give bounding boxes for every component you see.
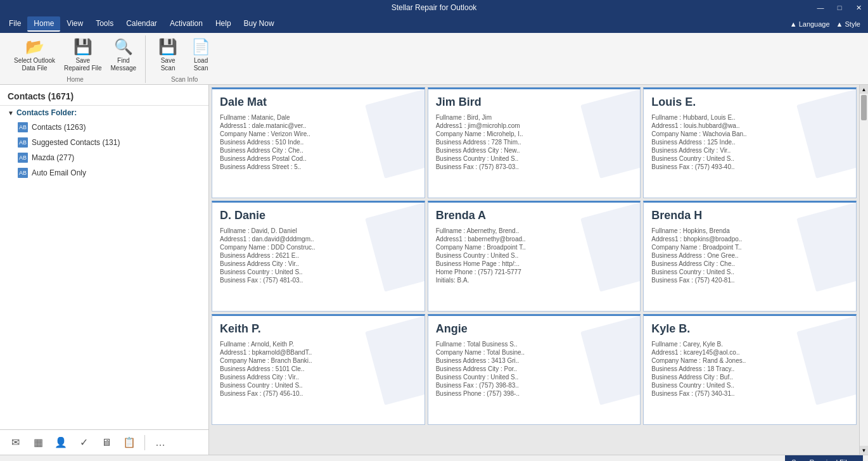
- contact-field: Business Country : United S..: [651, 155, 848, 162]
- app-title: Stellar Repair for Outlook: [392, 3, 477, 12]
- contact-field: Business Address : One Gree..: [651, 252, 848, 259]
- contact-field: Business Address City : New..: [436, 147, 633, 154]
- contact-field: Fullname : David, D. Daniel: [220, 227, 417, 234]
- menu-file[interactable]: File: [3, 16, 27, 32]
- menu-buynow[interactable]: Buy Now: [238, 16, 281, 32]
- contact-field: Company Name : Branch Banki..: [220, 357, 417, 364]
- contact-name: Brenda A: [436, 209, 633, 222]
- contact-field: Address1 : babernethy@broad..: [436, 236, 633, 243]
- close-button[interactable]: ✕: [849, 0, 868, 15]
- contact-card[interactable]: D. DanieFullname : David, D. DanielAddre…: [212, 201, 425, 312]
- contact-field: Business Address : 3413 Gri..: [436, 357, 633, 364]
- save-repaired-icon: 💾: [73, 38, 93, 56]
- nav-mail[interactable]: ✉: [5, 433, 25, 453]
- style-option[interactable]: ▲ Style: [836, 20, 860, 28]
- nav-notes[interactable]: 🖥: [96, 433, 117, 453]
- contact-card[interactable]: AngieFullname : Total Business S..Compan…: [428, 314, 641, 425]
- contact-field: Business Address : 728 Thim..: [436, 139, 633, 146]
- save-repaired-file-button[interactable]: Save Repaired File...: [785, 455, 863, 462]
- contact-field: Business Phone : (757) 398-..: [436, 390, 633, 397]
- contact-field: Fullname : Hubbard, Louis E..: [651, 114, 848, 121]
- find-message-button[interactable]: 🔍 FindMessage: [107, 35, 141, 75]
- contact-name: Dale Mat: [220, 96, 417, 109]
- ribbon-group-home: 📂 Select OutlookData File 💾 SaveRepaired…: [5, 35, 146, 83]
- contact-field: Business Fax : (757) 398-83..: [436, 382, 633, 389]
- contact-name: Brenda H: [651, 209, 848, 222]
- find-message-label: FindMessage: [111, 57, 137, 72]
- sidebar-item-suggested[interactable]: AB Suggested Contacts (131): [0, 135, 208, 150]
- contact-field: Fullname : Arnold, Keith P.: [220, 341, 417, 348]
- scan-group-label: Scan Info: [171, 76, 198, 83]
- nav-journal[interactable]: 📋: [119, 433, 139, 453]
- select-outlook-button[interactable]: 📂 Select OutlookData File: [10, 35, 59, 75]
- contact-field: Business Country : United S..: [436, 252, 633, 259]
- nav-tasks[interactable]: ✓: [73, 433, 94, 453]
- contact-name: D. Danie: [220, 209, 417, 222]
- contact-field: Company Name : Total Busine..: [436, 349, 633, 356]
- contact-field: Fullname : Hopkins, Brenda: [651, 227, 848, 234]
- contact-field: Business Address : 125 Inde..: [651, 139, 848, 146]
- load-scan-button[interactable]: 📄 LoadScan: [185, 35, 217, 75]
- contact-field: Business Country : United S..: [220, 382, 417, 389]
- ribbon: 📂 Select OutlookData File 💾 SaveRepaired…: [0, 33, 868, 85]
- contact-field: Address1 : dan.david@dddmgm..: [220, 236, 417, 243]
- sidebar-item-mazda[interactable]: AB Mazda (277): [0, 150, 208, 165]
- contacts-grid: Dale MatFullname : Matanic, DaleAddress1…: [209, 85, 859, 427]
- contact-field: Business Address City : Che..: [651, 260, 848, 267]
- sidebar: Contacts (1671) ▼ Contacts Folder: AB Co…: [0, 85, 209, 429]
- contact-field: Company Name : Broadpoint T..: [651, 244, 848, 251]
- contact-field: Address1 : louis.hubbard@wa..: [651, 122, 848, 129]
- maximize-button[interactable]: □: [830, 0, 849, 15]
- nav-calendar[interactable]: ▦: [28, 433, 48, 453]
- contacts-folder[interactable]: ▼ Contacts Folder:: [0, 106, 208, 120]
- contact-field: Company Name : Rand & Jones..: [651, 357, 848, 364]
- contact-field: Business Home Page : http/:..: [436, 260, 633, 267]
- contact-field: Business Country : United S..: [220, 268, 417, 275]
- ribbon-group-scan: 💾 SaveScan 📄 LoadScan Scan Info: [147, 35, 222, 83]
- menu-activation[interactable]: Activation: [163, 16, 209, 32]
- contact-field: Company Name : DDD Construc..: [220, 244, 417, 251]
- sidebar-item-auto-email[interactable]: AB Auto Email Only: [0, 165, 208, 180]
- nav-contacts[interactable]: 👤: [51, 433, 71, 453]
- contact-field: Initials: B.A.: [436, 277, 633, 284]
- sidebar-item-contacts[interactable]: AB Contacts (1263): [0, 120, 208, 135]
- menu-home[interactable]: Home: [27, 16, 60, 32]
- menu-help[interactable]: Help: [209, 16, 238, 32]
- scroll-up[interactable]: ▲: [860, 85, 868, 94]
- contact-card[interactable]: Brenda AFullname : Abernethy, Brend..Add…: [428, 201, 641, 312]
- contact-field: Fullname : Bird, Jim: [436, 114, 633, 121]
- home-group-label: Home: [67, 76, 84, 83]
- contact-field: Business Address : 510 Inde..: [220, 139, 417, 146]
- menu-view[interactable]: View: [60, 16, 89, 32]
- contact-field: Company Name : Broadpoint T..: [436, 244, 633, 251]
- language-option[interactable]: ▲ Language: [790, 20, 830, 28]
- contact-field: Address1 : bpkarnold@BBandT..: [220, 349, 417, 356]
- minimize-button[interactable]: —: [811, 0, 830, 15]
- contact-card[interactable]: Dale MatFullname : Matanic, DaleAddress1…: [212, 87, 425, 198]
- menu-tools[interactable]: Tools: [89, 16, 120, 32]
- title-bar: Stellar Repair for Outlook — □ ✕: [0, 0, 868, 15]
- save-repaired-button[interactable]: 💾 SaveRepaired File: [60, 35, 105, 75]
- contact-field: Business Country : United S..: [651, 382, 848, 389]
- contact-field: Fullname : Matanic, Dale: [220, 114, 417, 121]
- contact-card[interactable]: Louis E.Fullname : Hubbard, Louis E..Add…: [643, 87, 857, 198]
- nav-more[interactable]: …: [150, 433, 170, 453]
- select-outlook-icon: 📂: [25, 38, 44, 56]
- contact-card[interactable]: Kyle B.Fullname : Carey, Kyle B.Address1…: [643, 314, 857, 425]
- contact-card[interactable]: Brenda HFullname : Hopkins, BrendaAddres…: [643, 201, 857, 312]
- contacts-icon: AB: [18, 122, 28, 132]
- contact-field: Business Fax : (757) 420-81..: [651, 277, 848, 284]
- bottom-nav: ✉ ▦ 👤 ✓ 🖥 📋 …: [0, 429, 208, 455]
- contact-field: Business Address City : Vir..: [220, 374, 417, 381]
- menu-calendar[interactable]: Calendar: [120, 16, 163, 32]
- contact-card[interactable]: Jim BirdFullname : Bird, JimAddress1 : j…: [428, 87, 641, 198]
- scrollbar-track: ▲ ▼: [859, 85, 868, 455]
- scroll-thumb[interactable]: [861, 95, 867, 120]
- status-bar: Save Repaired File...: [0, 455, 868, 461]
- contact-field: Business Country : United S..: [436, 155, 633, 162]
- nav-divider: [144, 435, 145, 450]
- contact-card[interactable]: Keith P.Fullname : Arnold, Keith P.Addre…: [212, 314, 425, 425]
- scroll-down[interactable]: ▼: [860, 446, 868, 455]
- save-scan-button[interactable]: 💾 SaveScan: [152, 35, 184, 75]
- contact-name: Angie: [436, 322, 633, 336]
